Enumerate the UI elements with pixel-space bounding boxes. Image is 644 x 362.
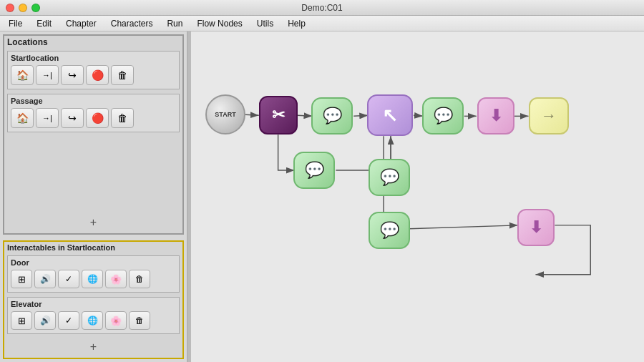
door-check-btn[interactable]: ✓ (58, 270, 79, 288)
left-panel: Locations Startlocation 🏠 →| ↪ 🔴 🗑 Passa… (0, 31, 187, 362)
door-globe-btn[interactable]: 🌐 (82, 270, 103, 288)
passage-char-btn[interactable]: 🔴 (86, 108, 109, 128)
menubar: File Edit Chapter Characters Run Flow No… (0, 16, 644, 31)
location-group-startlocation: Startlocation 🏠 →| ↪ 🔴 🗑 (7, 51, 180, 89)
elevator-check-btn[interactable]: ✓ (58, 311, 79, 330)
door-icons: ⊞ 🔊 ✓ 🌐 🌸 🗑 (9, 268, 177, 290)
locations-panel: Locations Startlocation 🏠 →| ↪ 🔴 🗑 Passa… (3, 34, 184, 235)
node-choice[interactable]: ↖ (367, 94, 413, 136)
svg-line-2 (298, 115, 313, 116)
door-char-btn[interactable]: 🌸 (105, 270, 127, 288)
menu-utils[interactable]: Utils (251, 17, 279, 30)
interactable-group-door: Door ⊞ 🔊 ✓ 🌐 🌸 🗑 (7, 255, 180, 293)
node-speech-5[interactable]: 💬 (369, 212, 410, 249)
elevator-icons: ⊞ 🔊 ✓ 🌐 🌸 🗑 (9, 309, 177, 332)
character-btn[interactable]: 🔴 (86, 65, 109, 85)
start-label: START (215, 111, 235, 118)
menu-edit[interactable]: Edit (31, 17, 57, 30)
passage-icons: 🏠 →| ↪ 🔴 🗑 (9, 106, 177, 130)
node-download-2[interactable]: ⬇ (517, 209, 555, 246)
speech1-icon: 💬 (323, 107, 342, 125)
elevator-delete-btn[interactable]: 🗑 (129, 311, 150, 330)
minimize-button[interactable] (19, 4, 27, 12)
window-controls[interactable] (6, 4, 40, 12)
speech2-icon: 💬 (305, 161, 324, 180)
menu-help[interactable]: Help (282, 17, 311, 30)
node-speech-3[interactable]: 💬 (422, 97, 464, 134)
menu-flownodes[interactable]: Flow Nodes (191, 17, 248, 30)
elevator-title: Elevator (9, 299, 177, 309)
node-arrow-right[interactable]: → (529, 97, 569, 134)
node-download-1[interactable]: ⬇ (477, 97, 514, 134)
svg-line-1 (245, 114, 259, 115)
location-group-passage: Passage 🏠 →| ↪ 🔴 🗑 (7, 94, 180, 132)
door-delete-btn[interactable]: 🗑 (129, 270, 150, 288)
maximize-button[interactable] (31, 4, 40, 12)
add-location-button[interactable]: + (82, 215, 105, 230)
passage-home-btn[interactable]: 🏠 (11, 108, 34, 128)
node-start[interactable]: START (205, 94, 245, 134)
redirect-btn[interactable]: ↪ (61, 65, 84, 85)
interactables-title: Interactables in Startlocation (4, 242, 182, 253)
close-button[interactable] (6, 4, 14, 12)
download1-icon: ⬇ (489, 107, 502, 125)
interactables-panel: Interactables in Startlocation Door ⊞ 🔊 … (3, 240, 184, 359)
menu-file[interactable]: File (3, 17, 28, 30)
canvas-area: START ✂ 💬 ↖ 💬 💬 💬 💬 (191, 31, 644, 362)
scissors-icon: ✂ (272, 106, 285, 124)
main-layout: Locations Startlocation 🏠 →| ↪ 🔴 🗑 Passa… (0, 31, 644, 362)
node-speech-2[interactable]: 💬 (293, 152, 335, 189)
passage-title: Passage (9, 96, 177, 106)
window-title: Demo:C01 (301, 3, 342, 13)
arrow-right-bar-btn[interactable]: →| (36, 65, 59, 85)
elevator-grid-btn[interactable]: ⊞ (11, 311, 32, 330)
passage-delete-btn[interactable]: 🗑 (111, 108, 134, 128)
arrows-overlay (191, 31, 644, 362)
menu-chapter[interactable]: Chapter (60, 17, 102, 30)
door-sound-btn[interactable]: 🔊 (34, 270, 56, 288)
titlebar: Demo:C01 (0, 0, 644, 16)
startlocation-icons: 🏠 →| ↪ 🔴 🗑 (9, 63, 177, 87)
elevator-char-btn[interactable]: 🌸 (105, 311, 127, 330)
door-grid-btn[interactable]: ⊞ (11, 270, 32, 288)
speech4-icon: 💬 (380, 168, 399, 187)
arrow-right-icon: → (541, 107, 557, 125)
download2-icon: ⬇ (530, 218, 542, 237)
locations-title: Locations (4, 36, 182, 49)
locations-add-row: + (4, 212, 182, 233)
node-speech-1[interactable]: 💬 (311, 97, 353, 134)
menu-characters[interactable]: Characters (105, 17, 159, 30)
interactable-group-elevator: Elevator ⊞ 🔊 ✓ 🌐 🌸 🗑 (7, 297, 180, 334)
menu-run[interactable]: Run (161, 17, 188, 30)
speech3-icon: 💬 (434, 107, 453, 125)
node-speech-4[interactable]: 💬 (369, 159, 410, 196)
elevator-globe-btn[interactable]: 🌐 (82, 311, 103, 330)
add-interactable-button[interactable]: + (82, 339, 105, 355)
interactables-add-row: + (4, 336, 182, 358)
door-title: Door (9, 258, 177, 268)
svg-line-3 (353, 115, 368, 116)
node-purple-scissors[interactable]: ✂ (259, 96, 298, 134)
choice-icon: ↖ (382, 104, 398, 127)
speech5-icon: 💬 (380, 221, 399, 240)
delete-btn[interactable]: 🗑 (111, 65, 134, 85)
passage-redirect-btn[interactable]: ↪ (61, 108, 84, 128)
home-icon-btn[interactable]: 🏠 (11, 65, 34, 85)
startlocation-title: Startlocation (9, 53, 177, 63)
elevator-sound-btn[interactable]: 🔊 (34, 311, 56, 330)
passage-arrow-btn[interactable]: →| (36, 108, 59, 128)
